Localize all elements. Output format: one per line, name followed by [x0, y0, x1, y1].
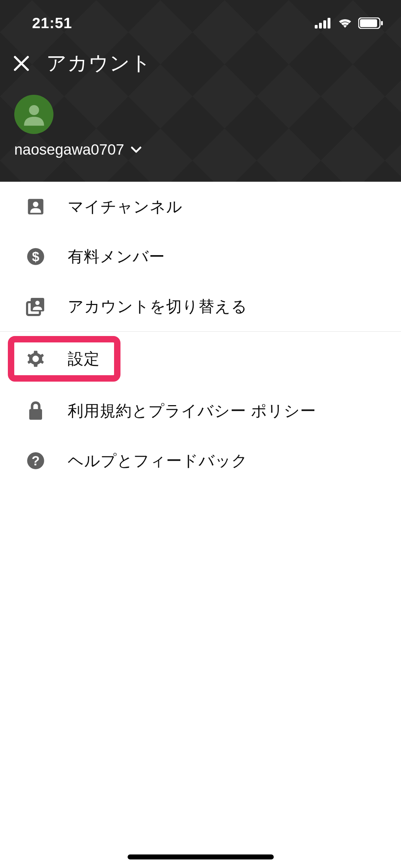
close-icon: [13, 55, 30, 72]
title-bar: アカウント: [0, 36, 401, 77]
svg-rect-2: [323, 20, 326, 29]
chevron-down-icon: [130, 146, 142, 153]
menu-group-account: マイチャンネル $ 有料メンバー アカウントを切り替える: [0, 182, 401, 332]
menu-group-settings: 設定 利用規約とプライバシー ポリシー ? ヘルプとフィードバック: [0, 332, 401, 486]
content-section: マイチャンネル $ 有料メンバー アカウントを切り替える 設定: [0, 182, 401, 486]
menu-label: 利用規約とプライバシー ポリシー: [68, 401, 316, 422]
person-icon: [21, 101, 47, 128]
avatar[interactable]: [14, 95, 53, 134]
menu-label: マイチャンネル: [68, 196, 182, 217]
menu-label: 設定: [68, 348, 100, 370]
status-bar: 21:51: [0, 0, 401, 36]
menu-item-switchaccount[interactable]: アカウントを切り替える: [0, 281, 401, 331]
close-button[interactable]: [11, 53, 32, 74]
highlight-settings: 設定: [8, 336, 120, 382]
gear-icon: [25, 348, 46, 370]
cellular-icon: [315, 18, 332, 29]
person-box-icon: [25, 196, 46, 217]
menu-label: アカウントを切り替える: [68, 296, 247, 317]
help-circle-icon: ?: [25, 450, 46, 471]
svg-rect-3: [328, 18, 330, 29]
svg-rect-5: [360, 19, 377, 27]
page-title: アカウント: [46, 50, 151, 77]
status-time: 21:51: [18, 15, 72, 32]
svg-rect-1: [319, 23, 322, 29]
menu-item-paidmember[interactable]: $ 有料メンバー: [0, 232, 401, 281]
menu-item-help[interactable]: ? ヘルプとフィードバック: [0, 436, 401, 486]
battery-icon: [358, 17, 383, 29]
menu-label: 有料メンバー: [68, 246, 165, 267]
header-section: 21:51 アカウント naosegawa0707: [0, 0, 401, 182]
dollar-circle-icon: $: [25, 246, 46, 267]
lock-icon: [25, 400, 46, 422]
status-icons: [315, 17, 383, 29]
home-indicator[interactable]: [128, 854, 274, 859]
accounts-icon: [25, 296, 46, 317]
svg-point-14: [35, 301, 40, 305]
svg-rect-16: [29, 409, 42, 420]
wifi-icon: [337, 17, 353, 29]
svg-point-7: [29, 105, 39, 115]
account-switcher[interactable]: naosegawa0707: [14, 141, 387, 158]
svg-text:?: ?: [32, 454, 40, 468]
svg-rect-0: [315, 25, 318, 29]
username: naosegawa0707: [14, 141, 124, 158]
menu-item-terms[interactable]: 利用規約とプライバシー ポリシー: [0, 386, 401, 436]
svg-point-9: [33, 202, 38, 207]
menu-item-mychannel[interactable]: マイチャンネル: [0, 182, 401, 232]
menu-label: ヘルプとフィードバック: [68, 450, 248, 471]
svg-rect-6: [381, 21, 383, 25]
svg-text:$: $: [32, 249, 39, 264]
user-section: naosegawa0707: [0, 77, 401, 158]
svg-point-15: [32, 356, 39, 362]
